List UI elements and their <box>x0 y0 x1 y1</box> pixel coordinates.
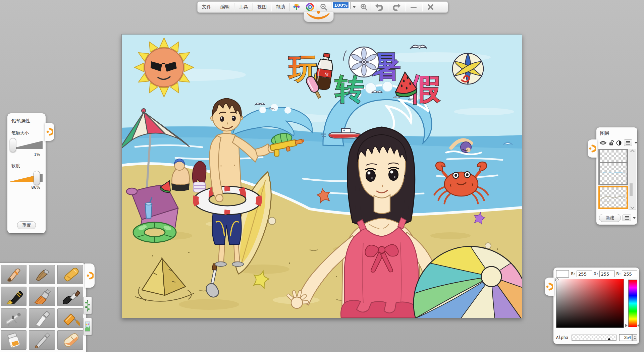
palette-face-left-eye-icon[interactable] <box>290 2 303 12</box>
menu-file[interactable]: 文件 <box>198 2 216 12</box>
undo-icon[interactable] <box>371 2 388 12</box>
alpha-marker[interactable] <box>607 338 611 340</box>
layer-item-2[interactable] <box>600 162 627 184</box>
color-panel-collapse-handle[interactable] <box>545 278 554 296</box>
layers-panel-collapse-handle[interactable] <box>588 139 597 158</box>
tool-fountain-pen[interactable] <box>1 287 26 306</box>
green-swim-ring <box>133 222 176 242</box>
collapse-icon <box>46 126 53 138</box>
color-picker-panel: R: G: B: Alpha <box>553 268 639 344</box>
brush-size-slider-thumb[interactable] <box>10 138 16 152</box>
tool-palette-knife[interactable] <box>29 308 55 328</box>
tool-wood-pen[interactable] <box>29 265 55 284</box>
tool-liner-knife[interactable] <box>29 330 55 350</box>
softness-value: 86% <box>7 184 46 190</box>
zoom-in-icon[interactable] <box>357 2 371 12</box>
pencil-properties-panel: 铅笔属性 笔触大小 1% 软度 86% 重置 <box>7 113 46 233</box>
softness-slider-thumb[interactable] <box>34 171 40 185</box>
softness-slider[interactable] <box>10 171 43 184</box>
collapse-icon <box>86 270 94 282</box>
close-icon[interactable] <box>422 2 439 12</box>
title-char-2: 转 <box>334 72 364 106</box>
layer-3-sketch <box>600 187 626 208</box>
minimize-icon[interactable] <box>405 2 422 12</box>
beach-artwork: 玩 转 暑 假 la <box>122 35 522 318</box>
image-stamp-button[interactable] <box>83 318 92 335</box>
scroll-up-icon[interactable] <box>630 150 635 154</box>
drawing-canvas[interactable]: 玩 转 暑 假 la <box>121 34 522 318</box>
collapse-icon <box>546 281 553 293</box>
red-input[interactable] <box>577 271 592 277</box>
unlock-icon[interactable] <box>609 140 614 146</box>
current-color-swatch <box>556 270 569 278</box>
brush-panel-collapse-handle[interactable] <box>85 263 95 288</box>
plant-icon <box>85 299 90 312</box>
pencil-panel-collapse-handle[interactable] <box>45 123 54 141</box>
brush-size-slider[interactable] <box>10 138 43 152</box>
alpha-slider[interactable] <box>572 335 616 341</box>
tool-ink-brush[interactable] <box>57 287 83 306</box>
softness-label: 软度 <box>7 157 46 169</box>
nose-dot-icon <box>317 11 320 14</box>
tool-paint-jar[interactable] <box>1 330 26 350</box>
brush-size-value: 1% <box>7 152 46 157</box>
tool-airbrush[interactable] <box>1 308 26 328</box>
blue-label: B: <box>616 272 621 276</box>
layer-item-1[interactable] <box>600 150 627 162</box>
zoom-level-value: 100% <box>333 2 348 8</box>
reset-button[interactable]: 重置 <box>17 221 36 229</box>
image-stamp-icon <box>85 320 90 333</box>
sv-marker[interactable] <box>555 278 558 281</box>
blue-input[interactable] <box>622 271 637 277</box>
hue-marker-right[interactable] <box>637 324 640 327</box>
alpha-spinner[interactable] <box>632 334 637 341</box>
pencil-panel-title: 铅笔属性 <box>7 113 46 124</box>
layer-menu-button[interactable] <box>624 139 632 146</box>
layers-bottom-menu-button[interactable] <box>623 215 631 221</box>
menu-tools[interactable]: 工具 <box>234 2 253 12</box>
alpha-input[interactable] <box>619 334 632 341</box>
saturation-value-area[interactable] <box>556 279 624 328</box>
layers-panel: 图层 <box>596 127 637 225</box>
tool-paint-roller[interactable] <box>57 308 83 328</box>
layer-item-3-active[interactable] <box>600 187 627 208</box>
alpha-label: Alpha <box>556 335 568 340</box>
redo-icon[interactable] <box>388 2 405 12</box>
new-layer-button[interactable]: 新建 <box>599 214 621 222</box>
scrollbar-thumb[interactable] <box>630 183 633 196</box>
hue-marker-left[interactable] <box>625 324 628 327</box>
hue-bar[interactable] <box>628 280 637 327</box>
tool-pencil[interactable] <box>1 265 26 284</box>
contrast-icon[interactable] <box>616 140 622 146</box>
layer-2-sketch <box>600 163 626 184</box>
zoom-dropdown-caret[interactable] <box>351 2 357 12</box>
eye-icon[interactable] <box>599 140 607 145</box>
tool-eraser[interactable] <box>57 330 83 350</box>
palette-face-right-eye-icon[interactable] <box>303 2 317 12</box>
tool-crayon[interactable] <box>57 265 83 284</box>
green-label: G: <box>594 272 598 276</box>
brush-tools-panel <box>0 263 86 352</box>
layer-scrollbar[interactable] <box>629 149 636 210</box>
layers-panel-title: 图层 <box>596 127 637 136</box>
app-window: 文件 编辑 工具 视图 帮助 <box>0 0 644 352</box>
top-toolbar: 文件 编辑 工具 视图 帮助 <box>197 1 448 13</box>
zoom-level-input[interactable]: 100% <box>331 2 351 9</box>
brush-size-label: 笔触大小 <box>7 124 46 136</box>
collapse-icon <box>589 142 596 155</box>
scroll-down-icon[interactable] <box>630 205 635 209</box>
red-white-swim-ring <box>194 186 261 215</box>
plant-brush-button[interactable] <box>83 297 92 314</box>
tool-flat-brush[interactable] <box>29 287 55 306</box>
menu-view[interactable]: 视图 <box>253 2 271 12</box>
layers-bottom-menu-caret[interactable] <box>633 217 636 219</box>
menu-edit[interactable]: 编辑 <box>216 2 234 12</box>
green-input[interactable] <box>599 271 615 277</box>
brush-grid <box>1 265 83 350</box>
dress-ruffle <box>341 300 420 318</box>
layer-menu-caret[interactable] <box>635 142 637 144</box>
red-label: R: <box>571 272 576 276</box>
layer-list <box>598 149 636 210</box>
small-beach-ball <box>452 53 483 84</box>
menu-help[interactable]: 帮助 <box>271 2 289 12</box>
